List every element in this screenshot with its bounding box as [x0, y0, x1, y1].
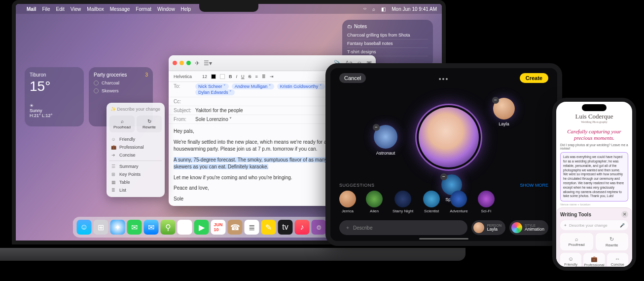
home-indicator[interactable]	[419, 238, 468, 240]
recipient-token[interactable]: Dylan Edwards ˅	[195, 89, 235, 95]
proofread-button[interactable]: ⌕Proofread	[560, 233, 593, 250]
menubar-item[interactable]: Format	[136, 6, 151, 12]
launchpad-app-icon[interactable]: ⊞	[94, 220, 108, 235]
notes-app-icon[interactable]: ✎	[261, 220, 276, 235]
weather-widget[interactable]: Tiburon 15° ☀ Sunny H:21° L:12°	[25, 67, 84, 126]
menubar-item[interactable]: Help	[181, 6, 191, 12]
summary-option[interactable]: ☰Summary	[109, 162, 162, 170]
bold-button[interactable]: B	[229, 74, 232, 79]
suggestion-item[interactable]: Jerrica	[339, 191, 356, 213]
strike-button[interactable]: S	[249, 74, 251, 79]
suggestion-item[interactable]: Alien	[366, 191, 383, 213]
review-textarea[interactable]: Luis was everything we could have hoped …	[560, 152, 628, 201]
recipient-token[interactable]: Andrew Mulligan ˅	[232, 83, 274, 89]
header-toggle-button[interactable]: ☰▾	[204, 60, 212, 67]
tv-app-icon[interactable]: tv	[278, 220, 293, 235]
create-button[interactable]: Create	[520, 73, 548, 83]
zoom-button[interactable]	[186, 61, 191, 65]
proofread-button[interactable]: ⌕Proofread	[109, 116, 135, 132]
menubar-clock[interactable]: Mon Jun 10 9:41 AM	[392, 6, 437, 12]
reminders-app-icon[interactable]: ≣	[245, 220, 259, 235]
photos-app-icon[interactable]: ✿	[178, 220, 192, 235]
recipient-token[interactable]: Kristin Goldsworthy ˅	[277, 83, 325, 89]
layla-chip[interactable]: − Layla	[493, 98, 515, 126]
concise-button[interactable]: ↔Concise	[607, 253, 628, 270]
contacts-app-icon[interactable]: ☎	[228, 220, 243, 235]
font-select[interactable]: Helvetica	[174, 74, 198, 79]
underline-button[interactable]: U	[241, 74, 245, 79]
professional-option[interactable]: 💼Professional	[109, 143, 162, 151]
menubar-item[interactable]: View	[71, 6, 81, 12]
plus-icon[interactable]: ＋	[345, 224, 350, 231]
menubar-item[interactable]: Edit	[56, 6, 65, 12]
suggestion-item[interactable]: Sci-Fi	[478, 191, 495, 213]
note-item[interactable]: Fantasy baseball notes	[347, 40, 428, 48]
menubar-item[interactable]: Message	[110, 6, 130, 12]
concise-option[interactable]: ➜Concise	[109, 151, 162, 159]
music-app-icon[interactable]: ♪	[295, 220, 310, 235]
minimize-button[interactable]	[179, 61, 184, 65]
person-chip[interactable]: PERSONLayla	[471, 220, 505, 235]
list-button[interactable]: ≣	[262, 74, 266, 79]
close-button[interactable]	[173, 61, 177, 65]
search-icon[interactable]: ⌕	[372, 6, 375, 12]
menubar-item[interactable]: File	[42, 6, 50, 12]
reminder-item[interactable]: Skewers	[94, 88, 148, 93]
keypoints-option[interactable]: ⊞Key Points	[109, 170, 162, 178]
menubar-app[interactable]: Mail	[27, 6, 36, 12]
wifi-icon[interactable]: ⌔	[363, 6, 366, 12]
suggestion-item[interactable]: Scientist	[423, 191, 440, 213]
maps-app-icon[interactable]: ⚲	[161, 220, 176, 235]
menubar-item[interactable]: Mailbox	[87, 6, 104, 12]
align-button[interactable]: ≡	[255, 74, 258, 79]
main-avatar[interactable]	[417, 105, 481, 169]
describe-field[interactable]: ✨ Describe your change	[109, 106, 162, 113]
calendar-app-icon[interactable]: JUN10	[211, 220, 226, 235]
font-size-select[interactable]: 12	[202, 74, 207, 79]
facetime-app-icon[interactable]: ▶	[194, 220, 209, 235]
recipient-token[interactable]: Nick Scheer ˅	[195, 83, 229, 89]
friendly-option[interactable]: ☺Friendly	[109, 135, 162, 143]
professional-button[interactable]: 💼Professional	[583, 253, 605, 270]
control-center-icon[interactable]: ◧	[381, 6, 386, 12]
radio-icon[interactable]	[94, 80, 99, 85]
describe-input[interactable]: ＋ Describe	[339, 220, 467, 235]
suggestion-item[interactable]: Starry Night	[393, 191, 413, 213]
text-color[interactable]	[211, 74, 216, 79]
astronaut-chip[interactable]: − Astronaut	[374, 125, 397, 156]
send-button[interactable]: ✈	[195, 60, 200, 67]
notch	[199, 4, 258, 12]
menubar-item[interactable]: Window	[157, 6, 175, 12]
indent-button[interactable]: ⇥	[270, 74, 274, 79]
radio-icon[interactable]	[94, 88, 99, 93]
finder-app-icon[interactable]: ☺	[77, 220, 92, 235]
mail-app-icon[interactable]: ✉	[144, 220, 159, 235]
suggestion-item[interactable]: Adventure	[450, 191, 467, 213]
show-more-button[interactable]: SHOW MORE	[520, 183, 549, 188]
mic-icon[interactable]: 🎤	[620, 223, 625, 228]
remove-icon[interactable]: −	[440, 173, 447, 180]
bg-color[interactable]	[220, 74, 225, 79]
close-icon[interactable]: ✕	[621, 211, 628, 218]
table-option[interactable]: ▦Table	[109, 178, 162, 186]
list-option[interactable]: ≣List	[109, 186, 162, 194]
describe-input[interactable]: ✦ Describe your change 🎤	[560, 220, 628, 230]
style-chip[interactable]: STYLEAnimation	[509, 220, 548, 235]
briefcase-icon: 💼	[583, 256, 605, 262]
italic-button[interactable]: I	[236, 74, 238, 79]
rewrite-button[interactable]: ↻Rewrite	[596, 233, 629, 250]
note-item[interactable]: Charcoal grilling tips from Shota	[347, 31, 428, 40]
podcasts-app-icon[interactable]: ⌾	[312, 220, 326, 235]
rewrite-icon: ↻	[596, 236, 629, 242]
cancel-button[interactable]: Cancel	[339, 73, 366, 83]
safari-app-icon[interactable]: ✦	[110, 220, 125, 235]
messages-app-icon[interactable]: ✉	[127, 220, 142, 235]
reminder-item[interactable]: Charcoal	[94, 80, 148, 85]
remove-icon[interactable]: −	[492, 97, 499, 104]
rewrite-button[interactable]: ↻Rewrite	[137, 116, 162, 132]
more-icon[interactable]: •••	[439, 75, 449, 83]
suggestion-label: Jerrica	[342, 209, 354, 213]
remove-icon[interactable]: −	[373, 124, 380, 131]
meta-field[interactable]: Venue name + location	[556, 201, 632, 207]
friendly-button[interactable]: ☺Friendly	[560, 253, 581, 270]
